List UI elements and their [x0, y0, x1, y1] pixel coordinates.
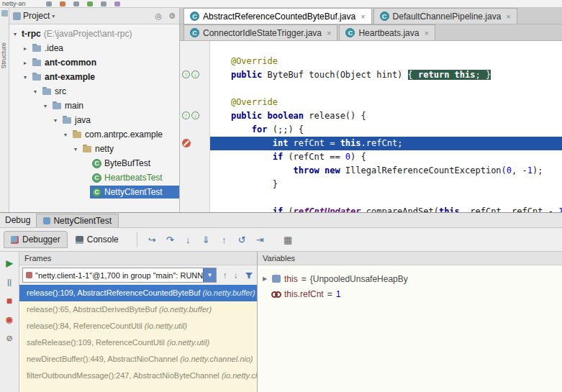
stop-icon[interactable]: ■ — [4, 295, 15, 306]
expand-arrow-icon[interactable]: ▶ — [261, 275, 268, 282]
expand-arrow-icon[interactable]: ▾ — [71, 146, 80, 152]
variable-name: this.refCnt — [284, 289, 324, 299]
step-into-icon[interactable]: ↓ — [181, 232, 196, 247]
mute-breakpoints-icon[interactable]: ⊘ — [4, 332, 15, 344]
code-line-3[interactable]: public ByteBuf touch(Object hint) { retu… — [210, 68, 562, 82]
expand-arrow-icon[interactable]: ▸ — [21, 45, 30, 52]
code-text: refCnt — [366, 138, 397, 148]
debug-session-tab[interactable]: NettyClientTest — [36, 214, 119, 227]
thread-selector-dropdown[interactable]: "netty.client-1-1"@1,700 in group "main"… — [22, 268, 217, 283]
frame-item-5[interactable]: newDirectBuffer():449, AbstractNioChanne… — [19, 351, 257, 368]
code-line-8[interactable]: int refCnt = this.refCnt; — [210, 137, 562, 150]
breakpoint-icon[interactable] — [182, 139, 191, 147]
editor-gutter[interactable]: ↑↓↑↓ — [180, 41, 210, 212]
drop-frame-icon[interactable]: ↺ — [235, 232, 250, 247]
code-line-4[interactable] — [210, 82, 562, 96]
run-to-cursor-icon[interactable]: ⇥ — [253, 232, 268, 247]
code-line-7[interactable]: for (;;) { — [210, 123, 562, 137]
editor-tab-heartbeats-java[interactable]: CHeartbeats.java× — [339, 24, 435, 40]
debug-tab-console[interactable]: Console — [69, 232, 125, 247]
project-header: Project ▾ ◎⚙ — [9, 8, 179, 24]
code-line-11[interactable]: } — [210, 178, 562, 191]
view-breakpoints-icon[interactable]: ◉ — [4, 314, 15, 325]
tree-item-heartbeatstest[interactable]: CHeartbeatsTest — [9, 170, 179, 185]
code-area[interactable]: @Override public ByteBuf touch(Object hi… — [210, 41, 562, 212]
close-tab-icon[interactable]: × — [506, 12, 510, 21]
frame-item-6[interactable]: filterOutboundMessage():247, AbstractNio… — [19, 368, 257, 384]
ide-window: netty-an Structure Project ▾ ◎⚙ ▾t-rpc (… — [0, 0, 562, 392]
expand-arrow-icon[interactable]: ▾ — [31, 88, 40, 95]
pause-icon[interactable]: || — [4, 276, 15, 288]
step-over-icon[interactable]: ↷ — [163, 232, 178, 247]
tree-item-t-rpc[interactable]: ▾t-rpc (E:\javaProject\ant-rpc) — [9, 27, 179, 41]
frame-item-4[interactable]: safeRelease():109, ReferenceCountUtil (i… — [19, 334, 257, 351]
locate-icon[interactable]: ◎ — [155, 12, 163, 21]
tree-item-ant-example[interactable]: ▾ant-example — [9, 70, 179, 84]
toolbar-icon-5[interactable] — [101, 1, 106, 6]
tree-item-bytebuftest[interactable]: CByteBufTest — [9, 156, 179, 170]
overridden-method-icon[interactable]: ↓ — [191, 111, 199, 119]
expand-arrow-icon[interactable]: ▸ — [21, 60, 30, 66]
prev-frame-icon[interactable]: ↑ — [219, 270, 230, 281]
tree-item-java[interactable]: ▾java — [9, 113, 179, 127]
evaluate-expression-icon[interactable]: ▦ — [281, 232, 296, 247]
settings-gear-icon[interactable]: ⚙ — [168, 12, 176, 21]
resume-icon[interactable]: ▶ — [4, 257, 15, 269]
next-frame-icon[interactable]: ↓ — [230, 270, 241, 281]
tree-item-netty[interactable]: ▾netty — [9, 142, 179, 156]
toolbar-icon-4[interactable] — [87, 1, 93, 6]
expand-arrow-icon[interactable]: ▾ — [11, 31, 19, 37]
step-out-icon[interactable]: ↑ — [217, 232, 232, 247]
variable-row-this-refcnt[interactable]: this.refCnt=1 — [258, 286, 562, 301]
overrides-method-icon[interactable]: ↑ — [182, 111, 190, 119]
code-line-2[interactable]: @Override — [210, 55, 562, 68]
frame-item-3[interactable]: release():84, ReferenceCountUtil (io.net… — [19, 318, 257, 334]
code-line-12[interactable] — [210, 191, 562, 205]
override-markers[interactable]: ↑↓ — [182, 111, 201, 119]
debug-tab-debugger[interactable]: Debugger — [4, 231, 68, 248]
expand-arrow-icon[interactable]: ▾ — [41, 103, 50, 109]
code-line-6[interactable]: public boolean release() { — [210, 109, 562, 123]
editor-tab-abstractreferencecountedbytebuf-java[interactable]: CAbstractReferenceCountedByteBuf.java× — [183, 8, 372, 24]
tree-item-ant-common[interactable]: ▸ant-common — [9, 55, 179, 70]
close-tab-icon[interactable]: × — [327, 29, 331, 37]
expand-arrow-icon[interactable]: ▾ — [61, 132, 70, 138]
code-line-1[interactable] — [210, 41, 562, 55]
tree-item-com-antrpc-example[interactable]: ▾com.antrpc.example — [9, 127, 179, 142]
override-markers[interactable]: ↑↓ — [182, 70, 201, 78]
tree-item-src[interactable]: ▾src — [9, 84, 179, 99]
toolbar-icon-3[interactable] — [73, 1, 79, 6]
tree-item-nettyclienttest[interactable]: CNettyClientTest — [9, 185, 179, 199]
show-execution-point-icon[interactable]: ↪ — [145, 232, 160, 247]
project-header-title[interactable]: Project — [23, 11, 50, 21]
frame-item-2[interactable]: release():65, AbstractDerivedByteBuf (io… — [19, 301, 257, 318]
chevron-down-icon[interactable]: ▾ — [52, 13, 55, 19]
toolbar-icon-6[interactable] — [114, 1, 120, 6]
structure-tool-button[interactable]: Structure — [0, 42, 9, 69]
code-line-5[interactable]: @Override — [210, 96, 562, 109]
dropdown-arrow-icon[interactable]: ▼ — [203, 268, 216, 282]
code-text: refCnt = — [288, 138, 340, 148]
editor-tab-connectoridlestatetrigger-java[interactable]: CConnectorIdleStateTrigger.java× — [183, 24, 337, 40]
tree-item-idea[interactable]: ▸.idea — [9, 41, 179, 55]
code-text: . — [361, 138, 366, 148]
variable-row-this[interactable]: ▶this={UnpooledUnsafeHeapBy — [258, 271, 562, 286]
code-line-10[interactable]: throw new IllegalReferenceCountException… — [210, 164, 562, 178]
code-line-13[interactable]: if (refCntUpdater.compareAndSet(this, re… — [210, 205, 562, 212]
toolbar-icon-1[interactable] — [46, 1, 52, 6]
expand-arrow-icon[interactable]: ▾ — [51, 117, 60, 124]
overrides-method-icon[interactable]: ↑ — [182, 70, 190, 78]
thread-filter-icon[interactable] — [244, 270, 254, 281]
tree-item-main[interactable]: ▾main — [9, 99, 179, 113]
toolbar-icon-2[interactable] — [60, 1, 65, 6]
frame-item-1[interactable]: release():109, AbstractReferenceCountedB… — [19, 285, 257, 301]
code-line-9[interactable]: if (refCnt == 0) { — [210, 150, 562, 164]
project-stripe-icon[interactable] — [1, 10, 8, 17]
breakpoint-marker[interactable] — [182, 139, 191, 147]
close-tab-icon[interactable]: × — [424, 29, 428, 37]
editor-tab-defaultchannelpipeline-java[interactable]: CDefaultChannelPipeline.java× — [373, 8, 517, 24]
force-step-into-icon[interactable]: ⇓ — [199, 232, 214, 247]
overridden-method-icon[interactable]: ↓ — [191, 70, 199, 78]
close-tab-icon[interactable]: × — [361, 12, 365, 21]
expand-arrow-icon[interactable]: ▾ — [21, 74, 30, 81]
